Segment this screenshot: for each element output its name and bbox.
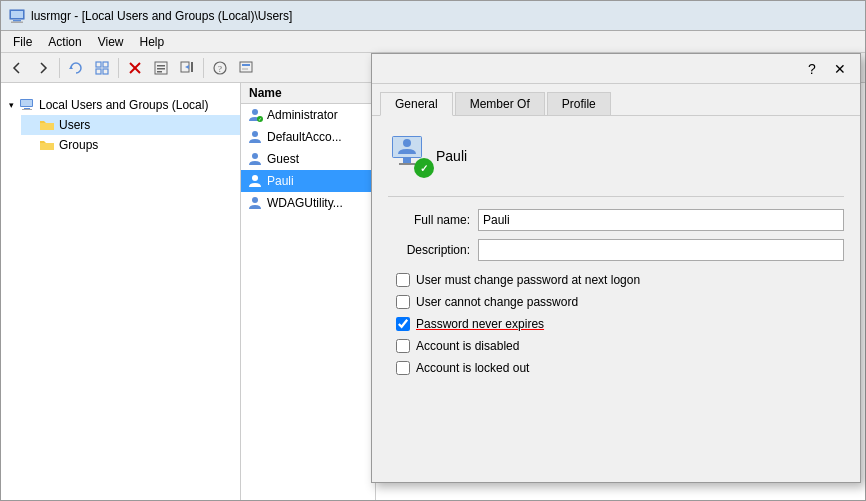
toolbar-delete[interactable] (123, 56, 147, 80)
folder-icon-groups (39, 137, 55, 153)
tree-root-label: Local Users and Groups (Local) (39, 98, 208, 112)
user-avatar: ✓ (388, 132, 436, 180)
svg-text:?: ? (218, 64, 222, 74)
svg-rect-8 (96, 69, 101, 74)
toolbar-back[interactable] (5, 56, 29, 80)
user-icon-default (247, 129, 263, 145)
checkbox-never-expires-row: Password never expires (388, 317, 844, 331)
list-panel: Name ✓ Administrator DefaultAcco... (241, 83, 376, 500)
svg-marker-18 (185, 65, 189, 69)
checkbox-never-expires[interactable] (396, 317, 410, 331)
description-input[interactable] (478, 239, 844, 261)
user-icon-wdag (247, 195, 263, 211)
title-bar: lusrmgr - [Local Users and Groups (Local… (1, 1, 865, 31)
svg-rect-26 (24, 108, 30, 109)
list-item-administrator-label: Administrator (267, 108, 338, 122)
tab-profile[interactable]: Profile (547, 92, 611, 116)
tree-panel: ▾ Local Users and Groups (Local) (1, 83, 241, 500)
list-item-wdagutility-label: WDAGUtility... (267, 196, 343, 210)
toolbar-help[interactable]: ? (208, 56, 232, 80)
svg-rect-7 (103, 62, 108, 67)
checkbox-cannot-change-label: User cannot change password (416, 295, 578, 309)
list-item-defaultaccount[interactable]: DefaultAcco... (241, 126, 375, 148)
expand-arrow: ▾ (5, 99, 17, 111)
main-window: lusrmgr - [Local Users and Groups (Local… (0, 0, 866, 501)
svg-rect-22 (242, 64, 250, 66)
menu-view[interactable]: View (90, 33, 132, 51)
svg-rect-2 (13, 20, 21, 22)
checkbox-must-change-row: User must change password at next logon (388, 273, 844, 287)
checkbox-locked-row: Account is locked out (388, 361, 844, 375)
svg-rect-6 (96, 62, 101, 67)
toolbar-sep-3 (203, 58, 204, 78)
svg-rect-25 (21, 100, 32, 106)
tree-item-users-label: Users (59, 118, 90, 132)
dialog-username: Pauli (436, 148, 467, 164)
toolbar-more[interactable] (234, 56, 258, 80)
description-row: Description: (388, 239, 844, 261)
dialog-title-bar: ? ✕ (372, 54, 860, 84)
computer-icon (19, 97, 35, 113)
tab-bar: General Member Of Profile (372, 84, 860, 116)
toolbar-export[interactable] (175, 56, 199, 80)
svg-point-32 (252, 153, 258, 159)
checkbox-account-disabled[interactable] (396, 339, 410, 353)
menu-help[interactable]: Help (132, 33, 173, 51)
checkbox-never-expires-label: Password never expires (416, 317, 544, 331)
dialog-close-button[interactable]: ✕ (828, 59, 852, 79)
svg-text:✓: ✓ (420, 163, 428, 174)
svg-rect-37 (403, 158, 411, 163)
checkbox-cannot-change[interactable] (396, 295, 410, 309)
svg-point-39 (403, 139, 411, 147)
svg-point-34 (252, 197, 258, 203)
separator (388, 196, 844, 197)
list-item-pauli[interactable]: Pauli (241, 170, 375, 192)
svg-rect-15 (157, 71, 162, 73)
checkbox-disabled-row: Account is disabled (388, 339, 844, 353)
svg-rect-14 (157, 68, 165, 70)
svg-rect-17 (191, 62, 193, 72)
tree-item-users[interactable]: Users (21, 115, 240, 135)
svg-marker-5 (69, 66, 73, 69)
tab-member-of[interactable]: Member Of (455, 92, 545, 116)
svg-rect-3 (11, 21, 23, 23)
svg-rect-21 (240, 62, 252, 72)
toolbar-properties[interactable] (149, 56, 173, 80)
list-item-guest[interactable]: Guest (241, 148, 375, 170)
tab-general[interactable]: General (380, 92, 453, 116)
expand-arrow-groups (25, 139, 37, 151)
menu-file[interactable]: File (5, 33, 40, 51)
full-name-input[interactable] (478, 209, 844, 231)
svg-point-31 (252, 131, 258, 137)
toolbar-forward[interactable] (31, 56, 55, 80)
checkbox-must-change[interactable] (396, 273, 410, 287)
svg-point-28 (252, 109, 258, 115)
folder-icon-users (39, 117, 55, 133)
user-icon-pauli (247, 173, 263, 189)
list-item-administrator[interactable]: ✓ Administrator (241, 104, 375, 126)
dialog-help-button[interactable]: ? (800, 59, 824, 79)
user-icon-guest (247, 151, 263, 167)
list-item-wdagutility[interactable]: WDAGUtility... (241, 192, 375, 214)
checkboxes-section: User must change password at next logon … (388, 273, 844, 375)
menu-action[interactable]: Action (40, 33, 89, 51)
toolbar-show-hide[interactable] (90, 56, 114, 80)
tree-item-groups[interactable]: Groups (21, 135, 240, 155)
expand-arrow-users (25, 119, 37, 131)
list-item-defaultaccount-label: DefaultAcco... (267, 130, 342, 144)
toolbar-sep-2 (118, 58, 119, 78)
checkbox-must-change-label: User must change password at next logon (416, 273, 640, 287)
toolbar-refresh[interactable] (64, 56, 88, 80)
tree-item-groups-label: Groups (59, 138, 98, 152)
tree-header (1, 83, 240, 91)
svg-point-33 (252, 175, 258, 181)
menu-bar: File Action View Help (1, 31, 865, 53)
user-properties-dialog: ? ✕ General Member Of Profile (371, 53, 861, 483)
svg-rect-23 (242, 68, 248, 70)
tree-root[interactable]: ▾ Local Users and Groups (Local) (1, 95, 240, 115)
svg-text:✓: ✓ (258, 116, 262, 122)
user-icon-administrator: ✓ (247, 107, 263, 123)
checkbox-account-locked[interactable] (396, 361, 410, 375)
tree-children: Users Groups (1, 115, 240, 155)
checkbox-account-disabled-label: Account is disabled (416, 339, 519, 353)
